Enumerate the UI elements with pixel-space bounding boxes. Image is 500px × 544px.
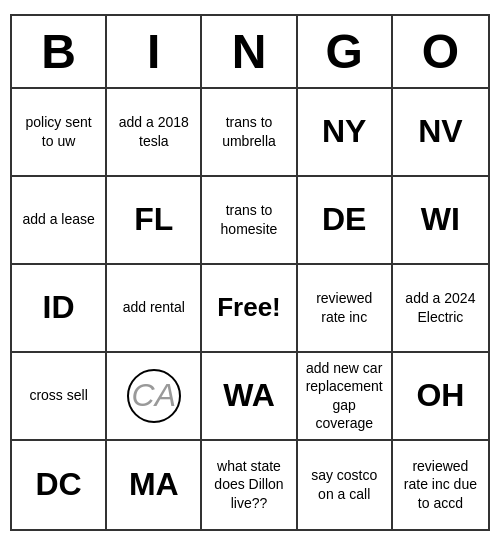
bingo-cell-15: cross sell [12,353,107,441]
bingo-cell-1: add a 2018 tesla [107,89,202,177]
bingo-letter-b: B [12,16,107,87]
bingo-cell-10: ID [12,265,107,353]
bingo-cell-2: trans to umbrella [202,89,297,177]
bingo-cell-22: what state does Dillon live?? [202,441,297,529]
bingo-cell-16: CA [107,353,202,441]
bingo-header: BINGO [12,16,488,89]
bingo-cell-18: add new car replacement gap coverage [298,353,393,441]
bingo-card: BINGO policy sent to uwadd a 2018 teslat… [10,14,490,531]
bingo-cell-20: DC [12,441,107,529]
bingo-cell-7: trans to homesite [202,177,297,265]
bingo-cell-0: policy sent to uw [12,89,107,177]
bingo-cell-17: WA [202,353,297,441]
bingo-cell-6: FL [107,177,202,265]
bingo-cell-8: DE [298,177,393,265]
bingo-cell-14: add a 2024 Electric [393,265,488,353]
bingo-letter-g: G [298,16,393,87]
bingo-cell-3: NY [298,89,393,177]
bingo-cell-24: reviewed rate inc due to accd [393,441,488,529]
ca-circle: CA [127,369,181,423]
bingo-cell-19: OH [393,353,488,441]
bingo-cell-5: add a lease [12,177,107,265]
bingo-letter-n: N [202,16,297,87]
bingo-letter-o: O [393,16,488,87]
bingo-cell-4: NV [393,89,488,177]
bingo-grid: policy sent to uwadd a 2018 teslatrans t… [12,89,488,529]
bingo-cell-21: MA [107,441,202,529]
bingo-letter-i: I [107,16,202,87]
bingo-cell-12: Free! [202,265,297,353]
bingo-cell-9: WI [393,177,488,265]
bingo-cell-23: say costco on a call [298,441,393,529]
bingo-cell-11: add rental [107,265,202,353]
bingo-cell-13: reviewed rate inc [298,265,393,353]
